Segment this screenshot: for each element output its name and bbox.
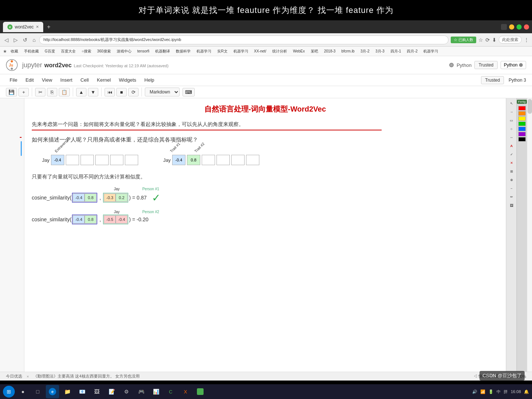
menu-kernel[interactable]: Kernel — [93, 76, 115, 84]
menu-file[interactable]: File — [6, 76, 21, 84]
color-black[interactable] — [518, 137, 526, 141]
address-bar[interactable]: http://localhost:8888/notebooks/机器学习实战集锦… — [39, 35, 449, 44]
tool-arrow-right[interactable]: → — [510, 108, 513, 116]
save-button[interactable]: 💾 — [6, 88, 17, 96]
bookmark-item[interactable]: 360搜索 — [95, 48, 113, 55]
tool-cursor[interactable]: ↖ — [510, 100, 513, 107]
refresh-button[interactable]: ↺ — [21, 36, 29, 44]
bookmark-item[interactable]: 3月-3 — [373, 48, 386, 55]
taskbar-cortana[interactable]: ● — [16, 385, 30, 398]
bookmark-item[interactable]: 机器翻译 — [153, 48, 172, 55]
menu-insert[interactable]: Insert — [57, 76, 76, 84]
bookmark-item[interactable]: 游戏中心 — [115, 48, 134, 55]
search-label[interactable]: 此处搜索 — [499, 36, 522, 44]
tab-strip-icon[interactable] — [501, 24, 507, 30]
download-icon[interactable]: ⬇ — [492, 37, 497, 43]
window-close[interactable] — [524, 24, 529, 30]
bookmark-item[interactable]: 统计分析 — [270, 48, 289, 55]
menu-cell[interactable]: Cell — [77, 76, 92, 84]
bookmark-item[interactable]: 四月-1 — [388, 48, 403, 55]
menu-widgets[interactable]: Widgets — [115, 76, 140, 84]
bookmark-item[interactable]: ○搜索 — [79, 48, 93, 55]
back-button[interactable]: ◁ — [3, 36, 10, 44]
bookmark-item[interactable]: 3月-2 — [358, 48, 372, 55]
run-previous-button[interactable]: ⏮ — [105, 88, 115, 96]
color-red[interactable] — [518, 106, 526, 110]
purchase-count-btn[interactable]: ☆ 已购人数 — [451, 37, 476, 43]
bookmark-item[interactable]: 百度大全 — [59, 48, 78, 55]
tool-check[interactable]: ✓ — [510, 151, 513, 158]
new-tab-button[interactable]: + — [45, 23, 52, 31]
tool-oval[interactable]: ○ — [511, 125, 512, 133]
scrollbar[interactable] — [527, 98, 532, 372]
bookmark-item[interactable]: XX-net/ — [252, 48, 269, 54]
tool-x[interactable]: ✕ — [510, 159, 513, 167]
tool-zoom[interactable]: ⊕ — [510, 176, 513, 184]
tool-merge[interactable]: ⊞ — [510, 168, 513, 175]
browser-tab[interactable]: e word2vec ✕ — [3, 22, 43, 32]
bookmark-item[interactable]: WebEx — [291, 48, 307, 54]
tool-pen[interactable]: ✏ — [510, 193, 513, 201]
start-button[interactable]: ⊞ — [3, 386, 15, 398]
scrollbar-thumb[interactable] — [528, 99, 532, 114]
menu-icon[interactable]: ⋮ — [524, 37, 529, 43]
taskbar-explorer[interactable]: 📁 — [61, 385, 74, 398]
bookmark-item[interactable]: 收藏 — [8, 48, 20, 55]
bookmark-item[interactable]: G百度 — [42, 48, 57, 55]
bookmark-item[interactable]: 机器学习 — [194, 48, 214, 55]
color-green[interactable] — [518, 122, 526, 126]
color-yellow[interactable] — [518, 116, 526, 121]
menu-view[interactable]: View — [38, 76, 56, 84]
notification-icon[interactable]: 🔔 — [524, 389, 529, 394]
taskbar-app-green[interactable] — [194, 385, 207, 398]
bookmark-item[interactable]: 四月-2 — [405, 48, 420, 55]
taskbar-task-view[interactable]: □ — [31, 385, 44, 398]
trusted-btn-menu[interactable]: Trusted — [481, 76, 504, 84]
taskbar-game[interactable]: 🎮 — [134, 385, 148, 398]
window-minimize[interactable] — [509, 24, 514, 30]
paste-button[interactable]: 📋 — [59, 88, 70, 96]
tool-image[interactable]: 🖼 — [510, 202, 513, 209]
move-up-button[interactable]: ▲ — [76, 88, 86, 96]
taskbar-settings[interactable]: ⚙ — [120, 385, 133, 398]
bookmark-item[interactable]: tensorfi — [135, 48, 152, 54]
home-button[interactable]: ⌂ — [31, 36, 37, 44]
bookmark-item[interactable]: 某吧 — [308, 48, 320, 55]
tray-icon-5[interactable]: 拼 — [504, 389, 508, 395]
add-cell-button[interactable]: + — [18, 88, 29, 96]
cell-type-select[interactable]: Markdown Code Raw — [145, 88, 180, 96]
menu-edit[interactable]: Edit — [22, 76, 37, 84]
taskbar-clock[interactable]: 16:08 — [511, 389, 521, 394]
tool-minus[interactable]: − — [511, 185, 512, 192]
taskbar-edge[interactable]: e — [46, 385, 59, 398]
copy-button[interactable]: ⎘ — [47, 88, 57, 96]
bookmark-item[interactable]: bfcrm.ib — [339, 48, 357, 54]
tray-icon-1[interactable]: 🔊 — [472, 389, 477, 394]
cut-button[interactable]: ✂ — [35, 88, 45, 96]
stop-button[interactable]: ■ — [116, 88, 127, 96]
close-tab-icon[interactable]: ✕ — [36, 25, 39, 29]
menu-help[interactable]: Help — [141, 76, 158, 84]
bookmark-item[interactable]: 2018-3 — [322, 48, 338, 54]
bookmark-item[interactable]: 机器学习 — [421, 48, 440, 55]
color-orange[interactable] — [518, 111, 526, 116]
bookmark-item[interactable]: 手机收藏 — [22, 48, 41, 55]
tray-icon-2[interactable]: 📶 — [480, 389, 485, 394]
taskbar-chart[interactable]: 📊 — [149, 385, 163, 398]
color-blue[interactable] — [518, 127, 526, 131]
keyboard-shortcut-button[interactable]: ⌨ — [183, 88, 195, 96]
refresh2-icon[interactable]: ⟳ — [485, 37, 490, 43]
forward-button[interactable]: ▷ — [12, 36, 19, 44]
trusted-button[interactable]: Trusted — [474, 61, 497, 69]
tool-rect[interactable]: ▭ — [510, 117, 513, 124]
restart-button[interactable]: ⟳ — [128, 88, 139, 96]
taskbar-mail[interactable]: 📧 — [75, 385, 89, 398]
taskbar-notepad[interactable]: 📝 — [105, 385, 118, 398]
taskbar-app-c[interactable]: C — [164, 385, 177, 398]
bookmark-item[interactable]: 实R文 — [215, 48, 229, 55]
taskbar-photos[interactable]: 🖼 — [90, 385, 103, 398]
bookmark-item[interactable]: 数据科学 — [174, 48, 193, 55]
tool-arrow-both[interactable]: ↔ — [510, 134, 513, 141]
tray-icon-3[interactable]: 🔋 — [488, 389, 494, 394]
bookmark-item[interactable]: 机器学习 — [231, 48, 250, 55]
